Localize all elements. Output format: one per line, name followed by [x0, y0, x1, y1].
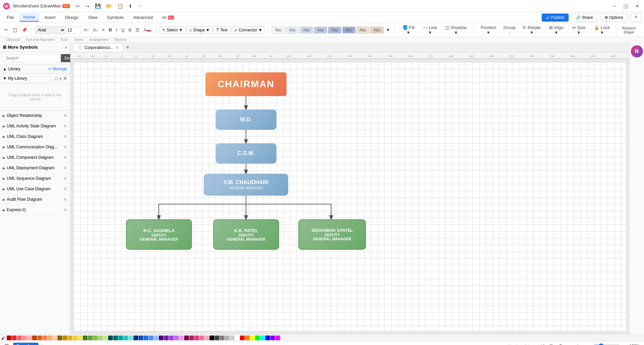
list-button[interactable]: ☰ [134, 26, 141, 33]
line-button[interactable]: — Line ▼ [419, 24, 441, 36]
color-swatch[interactable] [245, 336, 250, 340]
zoom-out-button[interactable]: — [585, 343, 592, 345]
options-button[interactable]: ⚙ Options [600, 14, 628, 22]
save-button[interactable]: 💾 [93, 3, 103, 9]
color-swatch[interactable] [154, 336, 158, 340]
menu-advanced[interactable]: Advanced [129, 14, 157, 21]
sidebar-item-uml-class[interactable]: ▶ UML Class Diagram ✕ [0, 131, 70, 142]
close-lib-button[interactable]: ✕ [63, 76, 67, 81]
color-swatch[interactable] [103, 336, 108, 340]
color-swatch[interactable] [260, 336, 265, 340]
color-swatch[interactable] [240, 336, 245, 340]
color-swatch[interactable] [139, 336, 143, 340]
color-swatch[interactable] [220, 336, 224, 340]
color-swatch[interactable] [270, 336, 275, 340]
menu-insert[interactable]: Insert [41, 14, 60, 21]
item-close-8[interactable]: ✕ [63, 197, 67, 202]
item-close-6[interactable]: ✕ [63, 176, 67, 181]
bold-button[interactable]: B [107, 26, 114, 33]
menu-view[interactable]: View [84, 14, 102, 21]
play-button[interactable]: ▶ [576, 342, 583, 345]
item-close-3[interactable]: ✕ [63, 144, 67, 150]
color-swatch[interactable] [73, 336, 77, 340]
canvas-main[interactable]: CHAIRMAN M.D. C.G.M. V.M. CHAUDHARI GENE… [70, 59, 629, 334]
style-2[interactable]: Abc [286, 27, 299, 33]
color-swatch[interactable] [230, 336, 234, 340]
sidebar-item-object-relationship[interactable]: ▶ Object Relationship ✕ [0, 110, 70, 121]
fill-button[interactable]: 🪣 Fill ▼ [398, 24, 419, 36]
font-size-decrease[interactable]: A↓ [91, 26, 100, 33]
canvas-tab-1[interactable]: 📄 Corporationco... ✕ [73, 44, 123, 51]
strikethrough-button[interactable]: S [127, 26, 133, 33]
zoom-in-button[interactable]: + [622, 343, 626, 345]
font-selector[interactable]: Arial [35, 26, 66, 34]
color-swatch[interactable] [88, 336, 93, 340]
color-swatch[interactable] [133, 336, 138, 340]
color-swatch[interactable] [174, 336, 179, 340]
rc-shape[interactable]: R.C. VAGHELA DEPUTY GENERAL MANAGER [126, 219, 192, 250]
style-7[interactable]: Abc [356, 27, 370, 33]
search-input[interactable] [3, 54, 59, 62]
lock-button[interactable]: 🔒 Lock ▼ [590, 24, 614, 36]
share-button[interactable]: 🔗 Share [571, 14, 597, 22]
item-close-0[interactable]: ✕ [63, 113, 67, 118]
sidebar-item-uml-activity[interactable]: ▶ UML Activity State Diagram ✕ [0, 121, 70, 131]
menu-home[interactable]: Home [19, 13, 39, 22]
color-swatch[interactable] [265, 336, 270, 340]
open-button[interactable]: 📂 [104, 3, 114, 9]
color-swatch[interactable] [235, 336, 240, 340]
sv-shape[interactable]: SEDHABHAI V.PATEL DEPUTY GENERAL MANAGER [298, 219, 366, 250]
text-button[interactable]: T Text [214, 26, 230, 34]
template-button[interactable]: 📋 [115, 3, 125, 9]
copy-button[interactable]: 📋 [10, 26, 19, 33]
color-swatch[interactable] [68, 336, 72, 340]
color-swatch[interactable] [215, 336, 219, 340]
shadow-button[interactable]: ◫ Shadow ▼ [442, 24, 470, 36]
color-swatch[interactable] [98, 336, 103, 340]
align-arrange-button[interactable]: ⊞ Align ▼ [545, 24, 567, 36]
color-swatch[interactable] [128, 336, 133, 340]
text-color-button[interactable]: A▬ [142, 26, 153, 33]
style-4[interactable]: Abc [314, 27, 327, 33]
manage-button[interactable]: ✏ Manage [48, 67, 67, 71]
menu-symbols[interactable]: Symbols [103, 14, 128, 21]
color-swatch[interactable] [159, 336, 164, 340]
item-close-2[interactable]: ✕ [63, 134, 67, 139]
sidebar-item-express-g[interactable]: ▶ Express-G ✕ [0, 205, 70, 215]
color-swatch[interactable] [179, 336, 184, 340]
add-tab-button[interactable]: + [124, 44, 131, 51]
page-1-tab[interactable]: Page-1 ▼ [13, 343, 39, 345]
color-swatch[interactable] [57, 336, 62, 340]
color-swatch[interactable] [204, 336, 209, 340]
style-3[interactable]: Abc [300, 27, 313, 33]
color-swatch[interactable] [42, 336, 47, 340]
sidebar-item-uml-deployment[interactable]: ▶ UML Deployment Diagram ✕ [0, 163, 70, 173]
style-6[interactable]: Abc [342, 27, 355, 33]
sidebar-item-uml-component[interactable]: ▶ UML Component Diagram ✕ [0, 152, 70, 163]
italic-button[interactable]: I [114, 26, 119, 33]
color-swatch[interactable] [32, 336, 37, 340]
select-button[interactable]: ↖ Select ▼ [159, 26, 186, 34]
color-swatch[interactable] [113, 336, 118, 340]
color-swatch[interactable] [123, 336, 128, 340]
sidebar-item-uml-usecase[interactable]: ▶ UML Use Case Diagram ✕ [0, 184, 70, 194]
style-8[interactable]: Abc [370, 27, 383, 33]
color-swatch[interactable] [209, 336, 214, 340]
font-size-increase[interactable]: A↑ [82, 26, 91, 33]
color-swatch[interactable] [118, 336, 123, 340]
color-swatch[interactable] [255, 336, 260, 340]
paste-button[interactable]: 📌 [20, 26, 29, 33]
cgm-shape[interactable]: C.G.M. [216, 143, 276, 164]
color-swatch[interactable] [149, 336, 153, 340]
kb-shape[interactable]: K.B. PATEL DEPUTY GENERAL MANAGER [213, 219, 279, 250]
color-swatch[interactable] [52, 336, 57, 340]
align-button[interactable]: ≡ [100, 26, 106, 33]
styles-more[interactable]: ▼ [384, 26, 392, 33]
close-tab-button[interactable]: ✕ [115, 45, 119, 50]
chairman-shape[interactable]: CHAIRMAN [205, 72, 287, 96]
help-button[interactable]: ? [630, 14, 641, 22]
connector-button[interactable]: ⤢ Connector ▼ [231, 26, 265, 34]
user-avatar[interactable]: N [631, 45, 643, 57]
color-swatch[interactable] [194, 336, 199, 340]
color-swatch[interactable] [12, 336, 17, 340]
